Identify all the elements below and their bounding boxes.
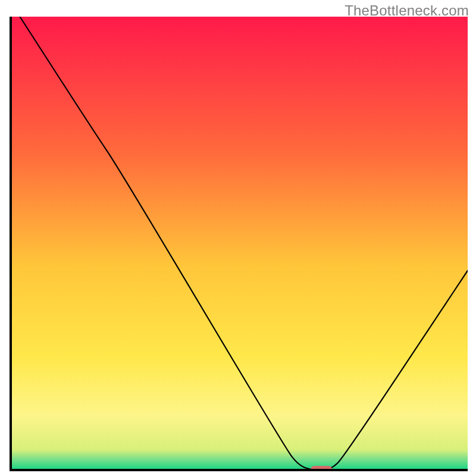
gradient-background xyxy=(11,17,468,470)
chart-stage: TheBottleneck.com xyxy=(0,0,476,476)
watermark-text: TheBottleneck.com xyxy=(345,2,469,19)
plot-area xyxy=(11,17,468,473)
bottleneck-chart xyxy=(0,0,476,476)
